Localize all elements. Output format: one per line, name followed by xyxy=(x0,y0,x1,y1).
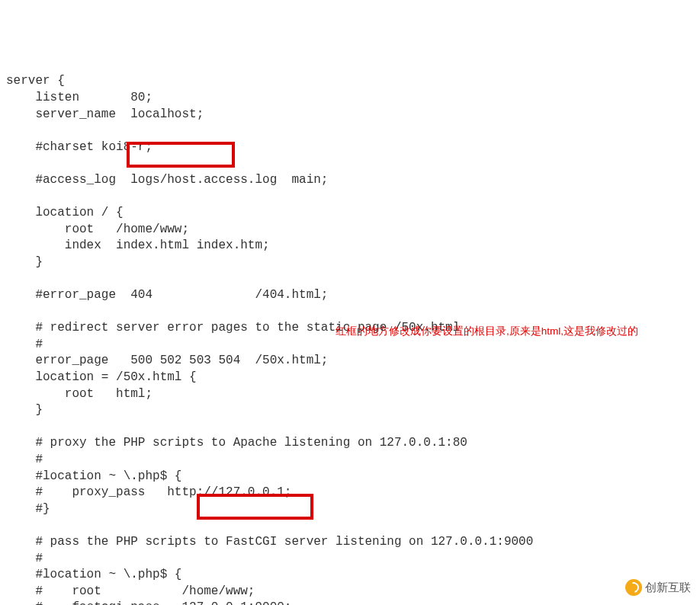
nginx-config-code: server { listen 80; server_name localhos… xyxy=(6,73,694,605)
watermark-icon xyxy=(625,579,642,596)
annotation-text: 红框的地方修改成你要设置的根目录,原来是html,这是我修改过的 xyxy=(336,325,638,338)
watermark-label: 创新互联 xyxy=(645,580,691,595)
highlight-box-root-2 xyxy=(197,494,313,520)
watermark: 创新互联 xyxy=(625,579,691,596)
highlight-box-root-1 xyxy=(127,142,235,168)
